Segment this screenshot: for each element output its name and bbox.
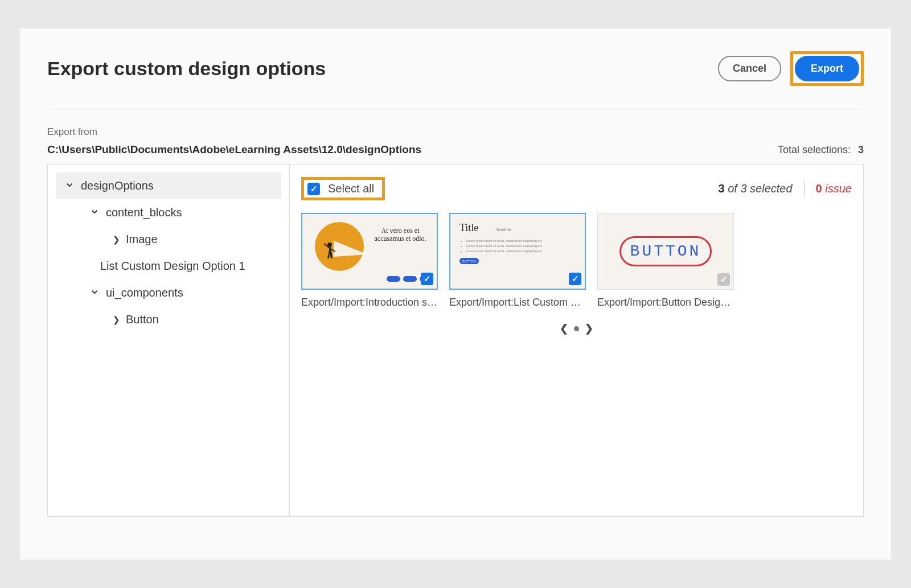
select-all-label: Select all — [328, 182, 374, 195]
content-row: designOptions content_blocks Image List … — [47, 164, 864, 517]
cancel-button[interactable]: Cancel — [718, 56, 781, 81]
thumbnail-text: At vero eos et accusamus et odio. — [372, 227, 429, 243]
pager-dot[interactable] — [574, 326, 579, 331]
tree-item-ui-components[interactable]: ui_components — [56, 279, 281, 306]
tree-label: ui_components — [106, 286, 183, 299]
thumbnail-cards: At vero eos et accusamus et odio. ✓ Expo… — [301, 213, 852, 309]
grid-toolbar: ✓ Select all 3 of 3 selected 0 — [301, 177, 852, 200]
thumbnail-grid-panel: ✓ Select all 3 of 3 selected 0 — [290, 165, 863, 516]
tree-label: Button — [126, 313, 159, 326]
tree-item-design-options[interactable]: designOptions — [56, 172, 281, 199]
card-label: Export/Import:Button Design O… — [597, 297, 734, 309]
export-from-label: Export from — [47, 126, 864, 138]
card-label: Export/Import:List Custom Desi… — [449, 297, 586, 309]
chevron-down-icon — [89, 208, 100, 217]
select-all-highlight: ✓ Select all — [301, 177, 385, 200]
divider — [804, 181, 805, 197]
total-selections-count: 3 — [858, 144, 864, 155]
person-icon — [323, 241, 339, 266]
dialog-header: Export custom design options Cancel Expo… — [47, 51, 864, 109]
tree-item-button[interactable]: Button — [56, 306, 281, 333]
thumbnail-button-shape: BUTTON — [619, 236, 712, 266]
export-button-highlight: Export — [790, 51, 864, 86]
total-selections: Total selections: 3 — [778, 144, 864, 156]
tree-label: content_blocks — [106, 206, 182, 219]
pager-prev-icon[interactable]: ❮ — [560, 322, 568, 335]
issue-count: 0 issue — [816, 182, 852, 195]
thumbnail-card[interactable]: BUTTON ✓ Export/Import:Button Design O… — [597, 213, 734, 309]
thumbnail-preview: At vero eos et accusamus et odio. ✓ — [301, 213, 438, 290]
export-path: C:\Users\Public\Documents\Adobe\eLearnin… — [47, 143, 421, 156]
chevron-right-icon — [113, 315, 120, 325]
thumbnail-card[interactable]: At vero eos et accusamus et odio. ✓ Expo… — [301, 213, 438, 309]
meta-section: Export from C:\Users\Public\Documents\Ad… — [47, 126, 864, 156]
card-checkbox[interactable]: ✓ — [717, 273, 730, 286]
total-selections-label: Total selections: — [778, 144, 851, 155]
select-all-checkbox[interactable]: ✓ — [307, 183, 320, 195]
selected-count: 3 of 3 selected — [718, 182, 792, 195]
export-button[interactable]: Export — [795, 56, 859, 81]
export-dialog: Export custom design options Cancel Expo… — [20, 28, 891, 560]
tree-item-content-blocks[interactable]: content_blocks — [56, 199, 281, 226]
pager-next-icon[interactable]: ❯ — [585, 322, 593, 335]
tree-label: List Custom Design Option 1 — [100, 260, 245, 273]
tree-label: designOptions — [81, 179, 154, 192]
header-buttons: Cancel Export — [718, 51, 864, 86]
folder-tree: designOptions content_blocks Image List … — [48, 165, 290, 516]
tree-item-image[interactable]: Image — [56, 226, 281, 253]
thumbnail-chip: BUTTON — [459, 258, 479, 264]
chevron-down-icon — [64, 181, 75, 191]
tree-item-list-cdo[interactable]: List Custom Design Option 1 — [56, 253, 281, 279]
selection-counts: 3 of 3 selected 0 issue — [718, 181, 852, 197]
card-checkbox[interactable]: ✓ — [569, 273, 581, 285]
card-label: Export/Import:Introduction slid… — [301, 297, 438, 309]
chevron-right-icon — [113, 235, 120, 245]
thumbnail-preview: Title Subtitle Lorem ipsum dolor sit ame… — [449, 213, 586, 290]
pager: ❮ ❯ — [301, 322, 852, 335]
chevron-down-icon — [89, 288, 100, 298]
thumbnail-preview: BUTTON ✓ — [597, 213, 734, 290]
thumbnail-card[interactable]: Title Subtitle Lorem ipsum dolor sit ame… — [449, 213, 586, 309]
card-checkbox[interactable]: ✓ — [421, 273, 433, 285]
thumbnail-list: Lorem ipsum dolor sit amet, consectetur … — [459, 239, 576, 253]
tree-label: Image — [126, 233, 158, 246]
thumbnail-title: Title — [459, 222, 478, 234]
dialog-title: Export custom design options — [47, 57, 326, 80]
thumbnail-subtitle: Subtitle — [490, 227, 511, 232]
